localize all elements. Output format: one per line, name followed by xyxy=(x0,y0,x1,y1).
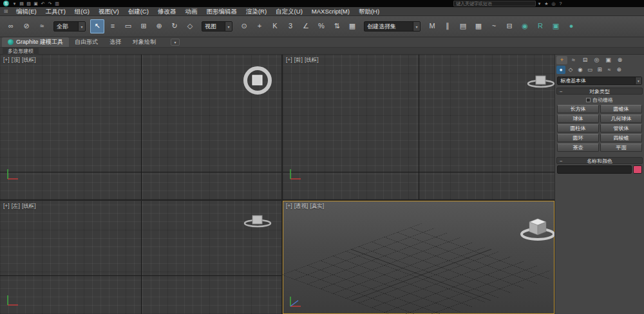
modify-tab[interactable]: ≈ xyxy=(568,56,579,64)
percent-snap-icon[interactable]: % xyxy=(314,19,328,33)
ribbon-tab-freeform[interactable]: 自由形式 xyxy=(69,37,104,47)
window-crossing-icon[interactable]: ⊞ xyxy=(137,19,151,33)
render-setup-icon[interactable]: R xyxy=(533,19,547,33)
viewport-perspective[interactable]: [+] [透视] [真实] xyxy=(283,201,554,314)
viewport-shading-button[interactable]: [线框] xyxy=(305,57,319,64)
viewport-left[interactable]: [+] [左] [线框] xyxy=(0,201,281,314)
named-selection-sets-dropdown[interactable]: 创建选择集 ▾ xyxy=(364,21,421,32)
save-file-icon[interactable]: ▣ xyxy=(32,1,39,6)
search-input[interactable] xyxy=(453,1,536,6)
select-and-scale-icon[interactable]: ◇ xyxy=(183,19,197,33)
keyboard-override-icon[interactable]: K xyxy=(268,19,282,33)
open-file-icon[interactable]: ▧ xyxy=(25,1,32,6)
select-by-name-icon[interactable]: ≡ xyxy=(106,19,120,33)
menu-group[interactable]: 组(G) xyxy=(70,7,94,16)
viewport-top[interactable]: [+] [顶] [线框] xyxy=(0,55,281,199)
ribbon-minimize-button[interactable]: ▾ xyxy=(171,39,180,46)
polygon-modeling-panel-tab[interactable]: 多边形建模 xyxy=(3,48,39,55)
name-color-rollout-header[interactable]: − 名称和颜色 xyxy=(556,157,643,164)
render-production-icon[interactable]: ● xyxy=(564,19,578,33)
bind-to-space-warp-icon[interactable]: ≈ xyxy=(35,19,49,33)
help-icon[interactable]: ? xyxy=(557,1,564,6)
object-type-rollout-header[interactable]: − 对象类型 xyxy=(556,88,643,95)
menu-modifiers[interactable]: 修改器 xyxy=(153,7,181,16)
box-button[interactable]: 长方体 xyxy=(557,105,599,113)
select-and-rotate-icon[interactable]: ↻ xyxy=(167,19,182,33)
ribbon-tab-object-paint[interactable]: 对象绘制 xyxy=(127,37,162,47)
pyramid-button[interactable]: 四棱锥 xyxy=(600,134,642,142)
systems-category-icon[interactable]: ⊕ xyxy=(614,66,623,74)
menu-animation[interactable]: 动画 xyxy=(180,7,202,16)
app-logo-icon[interactable]: S xyxy=(3,1,9,6)
sphere-button[interactable]: 球体 xyxy=(557,115,599,123)
viewport-menu-button[interactable]: [+] xyxy=(286,57,292,64)
ribbon-tab-selection[interactable]: 选择 xyxy=(104,37,127,47)
geosphere-button[interactable]: 几何球体 xyxy=(600,115,642,123)
select-and-manipulate-icon[interactable]: + xyxy=(252,19,267,33)
menu-tools[interactable]: 工具(T) xyxy=(41,7,70,16)
ribbon-tab-graphite[interactable]: Graphite 建模工具 xyxy=(2,37,69,47)
primitive-category-dropdown[interactable]: 标准基本体 ▾ xyxy=(557,77,642,85)
align-icon[interactable]: ∥ xyxy=(440,19,455,33)
cameras-category-icon[interactable]: ▭ xyxy=(585,66,594,74)
select-and-link-icon[interactable]: ∞ xyxy=(4,19,18,33)
viewport-name-button[interactable]: [前] xyxy=(294,57,303,64)
viewport-front[interactable]: [+] [前] [线框] xyxy=(283,55,554,199)
create-tab[interactable]: + xyxy=(556,56,567,64)
redo-icon[interactable]: ↷ xyxy=(46,1,53,6)
shapes-category-icon[interactable]: ◇ xyxy=(566,66,575,74)
plane-button[interactable]: 平面 xyxy=(600,143,642,152)
cylinder-button[interactable]: 圆柱体 xyxy=(557,124,599,133)
autogrid-checkbox[interactable] xyxy=(586,98,591,102)
curve-editor-icon[interactable]: ~ xyxy=(487,19,501,33)
menu-views[interactable]: 视图(V) xyxy=(94,7,124,16)
viewport-name-button[interactable]: [顶] xyxy=(12,57,20,64)
menu-customize[interactable]: 自定义(U) xyxy=(271,7,307,16)
utilities-tab[interactable]: ⊗ xyxy=(614,56,625,64)
motion-tab[interactable]: ◎ xyxy=(591,56,602,64)
object-color-swatch[interactable] xyxy=(633,165,642,174)
hierarchy-tab[interactable]: ⊟ xyxy=(580,56,591,64)
angle-snap-icon[interactable]: ∠ xyxy=(299,19,313,33)
graphite-toggle-icon[interactable]: ▦ xyxy=(471,19,486,33)
torus-button[interactable]: 圆环 xyxy=(557,134,599,142)
display-tab[interactable]: ▣ xyxy=(603,56,614,64)
viewport-name-button[interactable]: [透视] xyxy=(294,203,308,210)
menu-create[interactable]: 创建(C) xyxy=(124,7,153,16)
teapot-button[interactable]: 茶壶 xyxy=(557,143,599,152)
lights-category-icon[interactable]: ◉ xyxy=(576,66,585,74)
coordinate-system-dropdown[interactable]: 视图 ▾ xyxy=(202,21,232,32)
viewport-menu-button[interactable]: [+] xyxy=(286,203,292,210)
unlink-selection-icon[interactable]: ⊘ xyxy=(19,19,33,33)
workspace-switcher-icon[interactable]: ⊞ xyxy=(1,8,10,14)
layer-manager-icon[interactable]: ▤ xyxy=(456,19,470,33)
menu-maxscript[interactable]: MAXScript(M) xyxy=(307,7,354,16)
communication-center-icon[interactable]: ◎ xyxy=(550,1,557,6)
viewport-shading-button[interactable]: [线框] xyxy=(22,57,36,64)
viewport-menu-button[interactable]: [+] xyxy=(3,203,10,210)
geometry-category-icon[interactable]: ● xyxy=(556,66,565,74)
rendered-frame-icon[interactable]: ▣ xyxy=(549,19,563,33)
infocenter-star-icon[interactable]: ★ xyxy=(543,1,550,6)
menu-edit[interactable]: 编辑(E) xyxy=(12,7,41,16)
menu-rendering[interactable]: 渲染(R) xyxy=(242,7,271,16)
schematic-view-icon[interactable]: ⊟ xyxy=(502,19,516,33)
select-object-icon[interactable]: ↖ xyxy=(90,19,104,33)
rectangular-selection-icon[interactable]: ▭ xyxy=(121,19,135,33)
viewport-shading-button[interactable]: [线框] xyxy=(22,203,36,210)
viewport-name-button[interactable]: [左] xyxy=(12,203,20,210)
mirror-icon[interactable]: M xyxy=(425,19,439,33)
project-folder-icon[interactable]: ▥ xyxy=(53,1,61,6)
object-name-input[interactable] xyxy=(557,165,632,174)
edit-named-sets-icon[interactable]: ▦ xyxy=(345,19,359,33)
undo-icon[interactable]: ↶ xyxy=(39,1,46,6)
use-pivot-center-icon[interactable]: ⊙ xyxy=(237,19,251,33)
new-scene-icon[interactable]: ▤ xyxy=(18,1,25,6)
helpers-category-icon[interactable]: ⊞ xyxy=(595,66,604,74)
snaps-toggle-icon[interactable]: 3 xyxy=(283,19,298,33)
menu-graph-editors[interactable]: 图形编辑器 xyxy=(202,7,242,16)
search-options-icon[interactable]: ▾ xyxy=(536,1,543,6)
tube-button[interactable]: 管状体 xyxy=(600,124,642,133)
viewport-shading-button[interactable]: [真实] xyxy=(310,203,324,210)
material-editor-icon[interactable]: ◉ xyxy=(518,19,532,33)
